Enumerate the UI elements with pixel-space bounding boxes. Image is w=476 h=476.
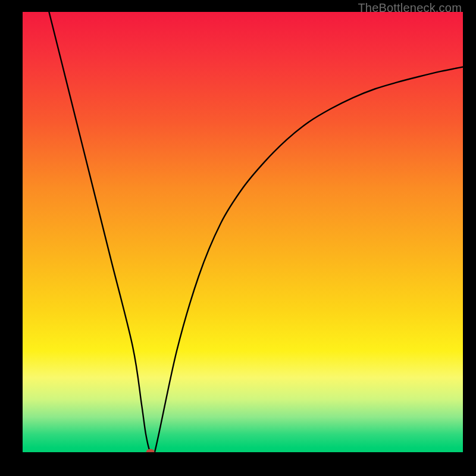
bottleneck-curve	[49, 12, 463, 452]
minimum-marker	[146, 449, 155, 453]
chart-frame: TheBottleneck.com	[0, 0, 476, 476]
plot-area	[23, 12, 463, 452]
curve-svg	[23, 12, 463, 452]
